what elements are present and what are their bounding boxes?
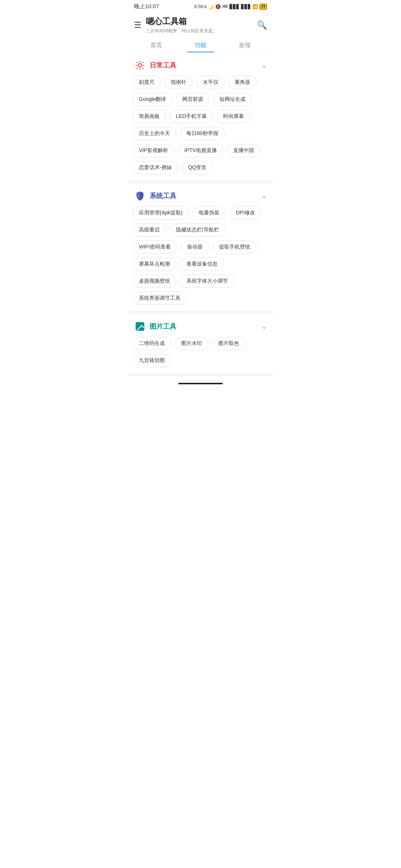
tag-item[interactable]: 系统界面调节工具 bbox=[133, 292, 187, 305]
shield-icon bbox=[134, 190, 146, 202]
app-subtitle: 三百年间同晓梦，钟山何处有龙盘。 bbox=[146, 28, 257, 34]
signal-bars-icon: ▊▊▊ bbox=[229, 4, 239, 9]
tab-bar: 首页 功能 发现 bbox=[128, 38, 273, 53]
tag-item[interactable]: 时间屏幕 bbox=[217, 110, 250, 123]
network-speed: 8.5K/s bbox=[194, 4, 207, 9]
tag-item[interactable]: VIP影视解析 bbox=[133, 144, 175, 157]
tag-item[interactable]: 刻度尺 bbox=[133, 76, 161, 89]
svg-point-11 bbox=[138, 324, 139, 326]
tag-item[interactable]: 屏幕坏点检测 bbox=[133, 257, 176, 271]
section-daily-tools-header[interactable]: 日常工具 ⌄ bbox=[128, 53, 273, 76]
section-daily-tools: 日常工具 ⌄ 刻度尺指南针水平仪量角器Google翻译网页获源短网址生成简易画板… bbox=[128, 53, 273, 183]
system-tools-tags: 应用管理(Apk提取)电量伪装DPI修改高级重启隐藏状态栏/导航栏WIFI密码查… bbox=[128, 206, 273, 305]
tag-item[interactable]: 查看设备信息 bbox=[180, 257, 224, 271]
tag-item[interactable]: 高级重启 bbox=[133, 223, 166, 237]
app-header: ☰ 嗯心工具箱 三百年间同晓梦，钟山何处有龙盘。 🔍 bbox=[128, 12, 273, 38]
app-title: 嗯心工具箱 bbox=[146, 16, 257, 27]
search-button[interactable]: 🔍 bbox=[257, 20, 267, 30]
chevron-down-icon-3: ⌄ bbox=[261, 322, 267, 331]
signal-hd-icon: HD bbox=[222, 4, 228, 9]
chevron-down-icon: ⌄ bbox=[261, 61, 267, 69]
chevron-down-icon-2: ⌄ bbox=[261, 192, 267, 200]
tag-item[interactable]: QQ变音 bbox=[182, 161, 213, 174]
section-image-tools-title: 图片工具 bbox=[150, 322, 261, 331]
tag-item[interactable]: 应用管理(Apk提取) bbox=[133, 206, 189, 220]
tag-item[interactable]: 桌面视频壁纸 bbox=[133, 274, 176, 288]
tag-item[interactable]: 图片取色 bbox=[212, 337, 245, 350]
section-system-tools-title: 系统工具 bbox=[150, 191, 261, 200]
tag-item[interactable]: 振动器 bbox=[181, 240, 209, 254]
tab-discover[interactable]: 发现 bbox=[223, 38, 267, 52]
tab-functions[interactable]: 功能 bbox=[178, 38, 222, 52]
section-image-tools: 图片工具 ⌄ 二维码生成图片水印图片取色九宫格切图 bbox=[128, 314, 273, 376]
status-time: 晚上10:07 bbox=[134, 3, 159, 10]
mute-icon: 🔕 bbox=[215, 4, 221, 9]
tag-item[interactable]: 网页获源 bbox=[176, 93, 209, 106]
status-icons: 8.5K/s 🌙 🔕 HD ▊▊▊ ▊▊▊ 📶 77 bbox=[194, 4, 267, 10]
section-image-tools-header[interactable]: 图片工具 ⌄ bbox=[128, 314, 273, 337]
svg-line-7 bbox=[137, 68, 137, 69]
tag-item[interactable]: 图片水印 bbox=[175, 337, 208, 350]
svg-point-0 bbox=[138, 63, 141, 67]
tag-item[interactable]: Google翻译 bbox=[133, 93, 172, 106]
tag-item[interactable]: 历史上的今天 bbox=[133, 127, 176, 140]
tag-item[interactable]: 电量伪装 bbox=[192, 206, 226, 220]
section-system-tools: 系统工具 ⌄ 应用管理(Apk提取)电量伪装DPI修改高级重启隐藏状态栏/导航栏… bbox=[128, 183, 273, 314]
tag-item[interactable]: IPTV电视直播 bbox=[178, 144, 223, 157]
tag-item[interactable]: 短网址生成 bbox=[213, 93, 252, 106]
header-title-block: 嗯心工具箱 三百年间同晓梦，钟山何处有龙盘。 bbox=[146, 16, 257, 34]
svg-line-6 bbox=[143, 68, 143, 69]
tag-item[interactable]: 系统字体大小调节 bbox=[180, 274, 234, 288]
wifi-icon: 📶 bbox=[252, 4, 258, 9]
tab-home[interactable]: 首页 bbox=[134, 38, 178, 52]
status-bar: 晚上10:07 8.5K/s 🌙 🔕 HD ▊▊▊ ▊▊▊ 📶 77 bbox=[128, 0, 273, 12]
sun-icon bbox=[134, 59, 146, 71]
svg-line-8 bbox=[143, 62, 143, 63]
section-daily-tools-title: 日常工具 bbox=[150, 61, 261, 70]
section-system-tools-header[interactable]: 系统工具 ⌄ bbox=[128, 183, 273, 206]
tag-item[interactable]: 九宫格切图 bbox=[133, 354, 171, 367]
tag-item[interactable]: LED手机字幕 bbox=[170, 110, 213, 123]
home-indicator bbox=[178, 383, 223, 384]
battery-icon: 77 bbox=[260, 4, 267, 10]
tag-item[interactable]: 指南针 bbox=[164, 76, 193, 89]
tag-item[interactable]: 简易画板 bbox=[133, 110, 166, 123]
tag-item[interactable]: 提取手机壁纸 bbox=[213, 240, 257, 254]
tag-item[interactable]: 直播中国 bbox=[227, 144, 260, 157]
signal-bars2-icon: ▊▊▊ bbox=[241, 4, 251, 9]
tag-item[interactable]: 每日60秒早报 bbox=[180, 127, 225, 140]
tag-item[interactable]: 水平仪 bbox=[196, 76, 225, 89]
moon-icon: 🌙 bbox=[208, 4, 214, 9]
tag-item[interactable]: 恋爱话术-撩妹 bbox=[133, 161, 178, 174]
tag-item[interactable]: 二维码生成 bbox=[133, 337, 171, 350]
image-icon bbox=[134, 320, 146, 332]
tag-item[interactable]: 量角器 bbox=[228, 76, 257, 89]
image-tools-tags: 二维码生成图片水印图片取色九宫格切图 bbox=[128, 337, 273, 367]
tag-item[interactable]: WIFI密码查看 bbox=[133, 240, 177, 254]
bottom-bar bbox=[128, 376, 273, 391]
tag-item[interactable]: 隐藏状态栏/导航栏 bbox=[170, 223, 225, 237]
tag-item[interactable]: DPI修改 bbox=[229, 206, 261, 220]
svg-line-5 bbox=[137, 62, 137, 63]
menu-button[interactable]: ☰ bbox=[134, 20, 141, 30]
daily-tools-tags: 刻度尺指南针水平仪量角器Google翻译网页获源短网址生成简易画板LED手机字幕… bbox=[128, 76, 273, 174]
